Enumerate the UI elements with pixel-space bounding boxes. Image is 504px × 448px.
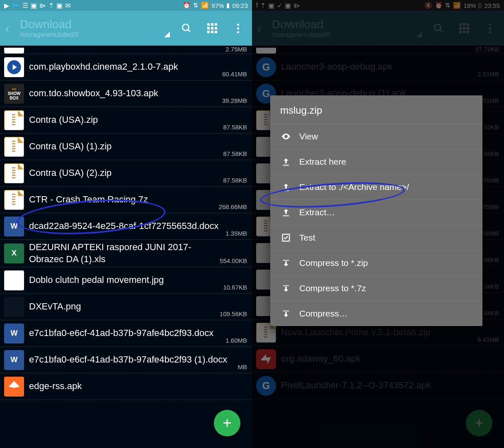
file-size: 39.28MB xyxy=(222,97,247,104)
eye-icon xyxy=(280,131,292,141)
status-bar: ▶ 🐦 ☰ ▣ ⧐ ⇡ ▣ ✉ ⏰ ⇅ 📶 97% ▮ 09:23 xyxy=(0,0,252,11)
wifi-icon: ⇅ xyxy=(193,2,199,9)
file-name: edge-rss.apk xyxy=(29,380,247,392)
youtube-icon: ▶ xyxy=(4,2,9,10)
battery-icon: ▮ xyxy=(226,2,230,9)
file-row[interactable]: Doblo clutch pedal movement.jpg 10.67KB xyxy=(0,267,252,294)
context-menu-popup: mslug.zip View Extract here Extract to .… xyxy=(270,95,482,326)
menu-item-label: Compress to *.7z xyxy=(299,283,366,293)
view-grid-button[interactable] xyxy=(206,22,218,34)
menu-item-label: Extract… xyxy=(299,207,335,217)
menu-icon: ☰ xyxy=(22,2,28,10)
menu-item-label: Extract here xyxy=(299,157,346,167)
file-row[interactable]: Contra (USA) (1).zip 87.58KB xyxy=(0,134,252,160)
file-name: com.playboxhd.cinema2_2.1.0-7.apk xyxy=(29,61,222,73)
file-row[interactable]: CTR - Crash Team Racing.7z 268.66MB xyxy=(0,187,252,213)
docx-icon: W xyxy=(4,217,24,236)
battery-text: 97% xyxy=(211,2,224,9)
file-row[interactable]: 2.75MB xyxy=(0,46,252,54)
file-size: 268.66MB xyxy=(219,203,247,210)
page-title: Download xyxy=(20,18,164,31)
menu-item-view[interactable]: View xyxy=(270,124,482,149)
menu-item-extract-to-archive[interactable]: Extract to ./<Archive name>/ xyxy=(270,174,482,200)
left-screenshot: ▶ 🐦 ☰ ▣ ⧐ ⇡ ▣ ✉ ⏰ ⇅ 📶 97% ▮ 09:23 ‹ Down… xyxy=(0,0,252,448)
zip-icon xyxy=(4,110,24,130)
menu-item-label: Compress to *.zip xyxy=(299,258,368,268)
signal-icon: 📶 xyxy=(201,2,209,9)
file-name: Contra (USA) (2).zip xyxy=(29,167,223,179)
right-screenshot: f ⇡ ▣ ✓ ▣ ⧐ 🔇 ⏰ ⇅ 📶 18% ▯ 23:55 ‹ Downlo… xyxy=(252,0,504,448)
status-icons-right: ⏰ ⇅ 📶 97% ▮ 09:23 xyxy=(183,2,248,9)
file-size: MB xyxy=(238,363,247,370)
page-subtitle: /storage/emulated/0 xyxy=(20,31,164,39)
file-row[interactable]: W e7c1bfa0-e6cf-41ad-b37b-97afe4bc2f93.d… xyxy=(0,320,252,347)
search-button[interactable] xyxy=(181,22,192,34)
menu-item-extract[interactable]: Extract… xyxy=(270,200,482,225)
file-name: CTR - Crash Team Racing.7z xyxy=(29,194,219,206)
file-icon xyxy=(4,48,24,54)
file-list[interactable]: 2.75MB com.playboxhd.cinema2_2.1.0-7.apk… xyxy=(0,46,252,448)
file-row[interactable]: W dcad22a8-9524-4e25-8caf-1cf72755653d.d… xyxy=(0,213,252,240)
extract-icon xyxy=(280,208,292,217)
menu-item-label: Compress… xyxy=(299,309,348,319)
file-name: Contra (USA) (1).zip xyxy=(29,141,223,153)
menu-item-extract-here[interactable]: Extract here xyxy=(270,149,482,174)
file-row[interactable]: DXEvTA.png 109.56KB xyxy=(0,294,252,320)
check-icon xyxy=(280,233,292,242)
file-row[interactable]: edge-rss.apk xyxy=(0,373,252,400)
compress-icon xyxy=(280,284,292,293)
menu-item-label: View xyxy=(299,131,318,141)
file-size: 87.58KB xyxy=(223,150,247,157)
menu-item-compress-7z[interactable]: Compress to *.7z xyxy=(270,275,482,301)
upload-icon: ⇡ xyxy=(48,2,54,10)
chat-icon: ✉ xyxy=(65,2,70,10)
status-icons-left: ▶ 🐦 ☰ ▣ ⧐ ⇡ ▣ ✉ xyxy=(4,2,70,10)
file-name: dcad22a8-9524-4e25-8caf-1cf72755653d.doc… xyxy=(29,220,225,232)
svg-line-1 xyxy=(188,29,190,32)
file-row[interactable]: Contra (USA) (2).zip 87.58KB xyxy=(0,160,252,187)
menu-item-label: Test xyxy=(299,233,315,243)
file-size: 109.56KB xyxy=(220,310,247,317)
compress-icon xyxy=(280,309,292,318)
menu-item-compress[interactable]: Compress… xyxy=(270,301,482,326)
file-name: e7c1bfa0-e6cf-41ad-b37b-97afe4bc2f93.doc… xyxy=(29,327,225,339)
back-button[interactable]: ‹ xyxy=(5,21,17,36)
file-size: 10.67KB xyxy=(223,284,247,291)
file-size: 1.60MB xyxy=(225,337,247,344)
image-icon: ▣ xyxy=(56,2,63,10)
file-row[interactable]: Contra (USA).zip 87.58KB xyxy=(0,107,252,134)
file-size: 87.58KB xyxy=(223,177,247,184)
menu-item-label: Extract to ./<Archive name>/ xyxy=(299,182,409,192)
file-name: Contra (USA).zip xyxy=(29,114,223,126)
archive-icon xyxy=(4,190,24,210)
zip-icon xyxy=(4,163,24,183)
file-name: Doblo clutch pedal movement.jpg xyxy=(29,274,223,286)
popup-title: mslug.zip xyxy=(270,105,482,124)
jpg-icon xyxy=(4,270,24,290)
twitter-icon: 🐦 xyxy=(12,2,20,10)
dropdown-indicator-icon[interactable] xyxy=(164,32,170,37)
menu-item-test[interactable]: Test xyxy=(270,225,482,250)
image-icon: ▣ xyxy=(31,2,37,10)
file-size: 60.41MB xyxy=(222,71,247,78)
file-row[interactable]: X DEZURNI APTEKI raspored JUNI 2017-Obra… xyxy=(0,240,252,267)
file-row[interactable]: ›››SHOWBOX com.tdo.showbox_4.93-103.apk … xyxy=(0,80,252,107)
menu-item-compress-zip[interactable]: Compress to *.zip xyxy=(270,250,482,275)
file-row[interactable]: W e7c1bfa0-e6cf-41ad-b37b-97afe4bc2f93 (… xyxy=(0,347,252,373)
svg-point-0 xyxy=(182,24,189,30)
clock: 09:23 xyxy=(232,2,248,9)
file-name: com.tdo.showbox_4.93-103.apk xyxy=(29,88,222,100)
file-row[interactable]: com.playboxhd.cinema2_2.1.0-7.apk 60.41M… xyxy=(0,54,252,80)
more-button[interactable] xyxy=(232,22,244,34)
file-name: e7c1bfa0-e6cf-41ad-b37b-97afe4bc2f93 (1)… xyxy=(29,354,238,366)
add-fab-button[interactable]: + xyxy=(214,410,240,436)
docx-icon: W xyxy=(4,350,24,370)
png-icon xyxy=(4,297,24,317)
docx-icon: W xyxy=(4,324,24,343)
compress-icon xyxy=(280,258,292,268)
apk-icon xyxy=(4,377,24,397)
file-size: 87.58KB xyxy=(223,124,247,131)
apk-icon: ›››SHOWBOX xyxy=(4,84,24,104)
extract-icon xyxy=(280,157,292,166)
file-name: DEZURNI APTEKI raspored JUNI 2017-Obraze… xyxy=(29,241,220,265)
